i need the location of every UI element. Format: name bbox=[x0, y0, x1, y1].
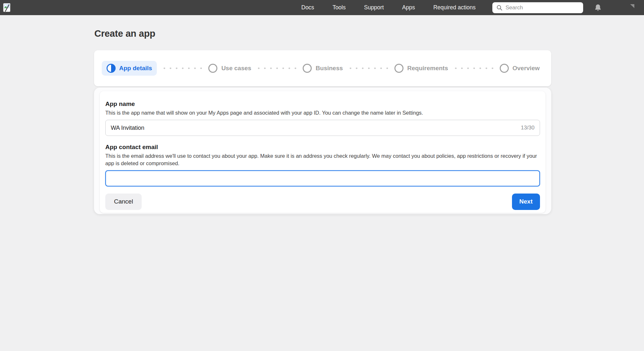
step-empty-circle-icon bbox=[303, 64, 312, 73]
step-active-half-filled-circle-icon bbox=[107, 64, 116, 73]
app-contact-email-label: App contact email bbox=[105, 144, 540, 151]
nav-item-docs[interactable]: Docs bbox=[301, 4, 314, 11]
app-contact-email-section: App contact email This is the email addr… bbox=[105, 144, 540, 186]
step-overview[interactable]: Overview bbox=[500, 64, 540, 73]
search-input[interactable] bbox=[506, 5, 579, 11]
step-label: Requirements bbox=[407, 65, 448, 72]
app-name-input[interactable] bbox=[111, 125, 517, 131]
stepper-dotted-connector bbox=[161, 67, 204, 69]
create-app-form: App name This is the app name that will … bbox=[100, 91, 545, 213]
app-name-section: App name This is the app name that will … bbox=[105, 100, 540, 136]
step-empty-circle-icon bbox=[500, 64, 509, 73]
form-actions: Cancel Next bbox=[105, 194, 540, 210]
step-label: Business bbox=[316, 65, 343, 72]
stepper-dotted-connector bbox=[256, 67, 298, 69]
nav-links: Docs Tools Support Apps Required actions bbox=[301, 4, 476, 11]
nav-item-apps[interactable]: Apps bbox=[402, 4, 415, 11]
notification-bell-icon[interactable] bbox=[594, 4, 602, 12]
step-app-details[interactable]: App details bbox=[102, 61, 157, 76]
step-use-cases[interactable]: Use cases bbox=[208, 64, 251, 73]
broken-image-icon[interactable] bbox=[3, 3, 10, 12]
search-box[interactable] bbox=[492, 2, 583, 13]
app-name-label: App name bbox=[105, 100, 540, 108]
page-title: Create an app bbox=[94, 28, 155, 39]
nav-item-tools[interactable]: Tools bbox=[333, 4, 346, 11]
nav-item-support[interactable]: Support bbox=[364, 4, 384, 11]
stepper-dotted-connector bbox=[453, 67, 495, 69]
cancel-button[interactable]: Cancel bbox=[105, 194, 142, 210]
app-contact-email-input[interactable] bbox=[111, 175, 534, 182]
step-empty-circle-icon bbox=[394, 64, 403, 73]
stepper-dotted-connector bbox=[347, 67, 390, 69]
top-navbar: Docs Tools Support Apps Required actions bbox=[0, 0, 644, 15]
corner-triangle-icon bbox=[630, 4, 634, 8]
stepper: App details Use cases Business Requireme… bbox=[94, 50, 551, 86]
nav-item-required-actions[interactable]: Required actions bbox=[433, 4, 476, 11]
step-empty-circle-icon bbox=[208, 64, 217, 73]
create-app-form-card: App name This is the app name that will … bbox=[94, 88, 551, 214]
search-icon bbox=[496, 5, 503, 11]
next-button[interactable]: Next bbox=[512, 194, 540, 210]
character-counter: 13/30 bbox=[521, 125, 535, 131]
step-requirements[interactable]: Requirements bbox=[394, 64, 448, 73]
app-name-description: This is the app name that will show on y… bbox=[105, 109, 540, 117]
step-label: Overview bbox=[513, 65, 540, 72]
app-contact-email-input-wrapper bbox=[105, 170, 540, 186]
step-business[interactable]: Business bbox=[303, 64, 343, 73]
app-name-input-wrapper: 13/30 bbox=[105, 120, 540, 136]
step-label: Use cases bbox=[221, 65, 251, 72]
app-contact-email-description: This is the email address we'll use to c… bbox=[105, 152, 540, 167]
step-label: App details bbox=[119, 65, 152, 72]
